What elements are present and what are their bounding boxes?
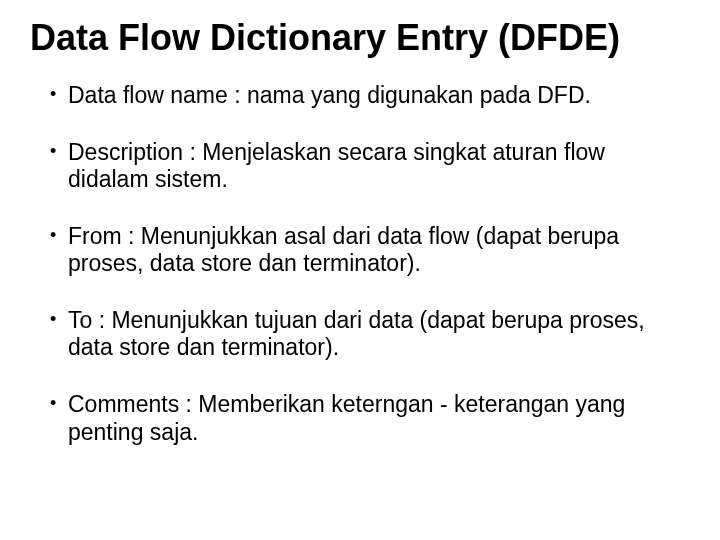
list-item: Comments : Memberikan keterngan - ketera…: [50, 391, 690, 445]
slide-title: Data Flow Dictionary Entry (DFDE): [30, 18, 690, 58]
list-item: To : Menunjukkan tujuan dari data (dapat…: [50, 307, 690, 361]
bullet-list: Data flow name : nama yang digunakan pad…: [30, 82, 690, 446]
list-item: Data flow name : nama yang digunakan pad…: [50, 82, 690, 109]
list-item: Description : Menjelaskan secara singkat…: [50, 139, 690, 193]
list-item: From : Menunjukkan asal dari data flow (…: [50, 223, 690, 277]
